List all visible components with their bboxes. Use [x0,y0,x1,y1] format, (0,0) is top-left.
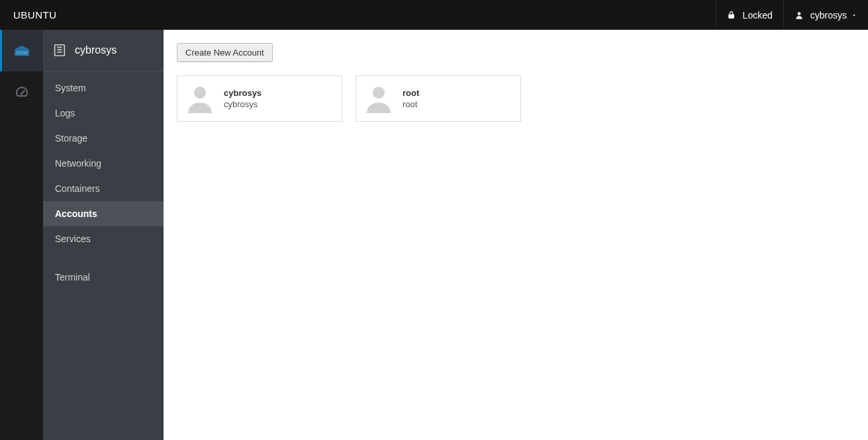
brand-label: UBUNTU [0,9,70,21]
chevron-down-icon [851,12,857,19]
account-username: cybrosys [224,99,262,109]
avatar-icon [365,84,392,113]
account-username: root [403,99,419,109]
account-display-name: root [403,88,419,98]
account-info: root root [403,88,419,109]
sidebar-nav: System Logs Storage Networking Container… [43,71,164,290]
iconbar-dashboard[interactable] [0,71,43,113]
user-menu[interactable]: cybrosys [783,0,868,30]
accounts-list: cybrosys cybrosys root root [177,75,855,122]
locked-label: Locked [743,10,773,21]
sidebar-item-logs[interactable]: Logs [43,101,164,126]
sidebar-item-label: System [55,83,86,93]
main-content: Create New Account cybrosys cybrosys [164,30,868,440]
sidebar-item-label: Logs [55,108,75,118]
sidebar-item-system[interactable]: System [43,75,164,101]
dashboard-icon [14,85,30,101]
account-card[interactable]: root root [356,75,521,122]
sidebar-item-label: Terminal [55,272,90,283]
sidebar: cybrosys System Logs Storage Networking … [43,30,164,440]
sidebar-item-storage[interactable]: Storage [43,126,164,151]
sidebar-item-label: Containers [55,183,100,194]
sidebar-header[interactable]: cybrosys [43,30,164,71]
account-display-name: cybrosys [224,88,262,98]
sidebar-item-label: Networking [55,158,101,169]
sidebar-item-label: Services [55,234,91,244]
svg-point-12 [373,87,385,99]
account-card[interactable]: cybrosys cybrosys [177,75,342,122]
iconbar-host[interactable] [0,30,43,71]
svg-point-0 [797,12,800,15]
server-icon [13,45,30,57]
user-menu-label: cybrosys [810,10,847,21]
svg-point-11 [194,87,206,99]
locked-indicator[interactable]: Locked [716,0,783,30]
host-page-icon [52,43,67,58]
account-info: cybrosys cybrosys [224,88,262,109]
sidebar-gap [43,251,164,265]
sidebar-host-title: cybrosys [75,44,117,56]
sidebar-item-accounts[interactable]: Accounts [43,201,164,226]
sidebar-item-containers[interactable]: Containers [43,176,164,201]
create-account-button[interactable]: Create New Account [177,43,273,62]
sidebar-item-label: Storage [55,133,87,144]
avatar-icon [187,84,213,113]
sidebar-item-label: Accounts [55,208,97,219]
iconbar [0,30,43,440]
lock-icon [727,11,736,20]
user-icon [795,11,804,20]
sidebar-item-terminal[interactable]: Terminal [43,265,164,290]
sidebar-item-services[interactable]: Services [43,226,164,251]
svg-rect-7 [55,45,65,56]
topbar: UBUNTU Locked cybrosys [0,0,868,30]
sidebar-item-networking[interactable]: Networking [43,151,164,176]
